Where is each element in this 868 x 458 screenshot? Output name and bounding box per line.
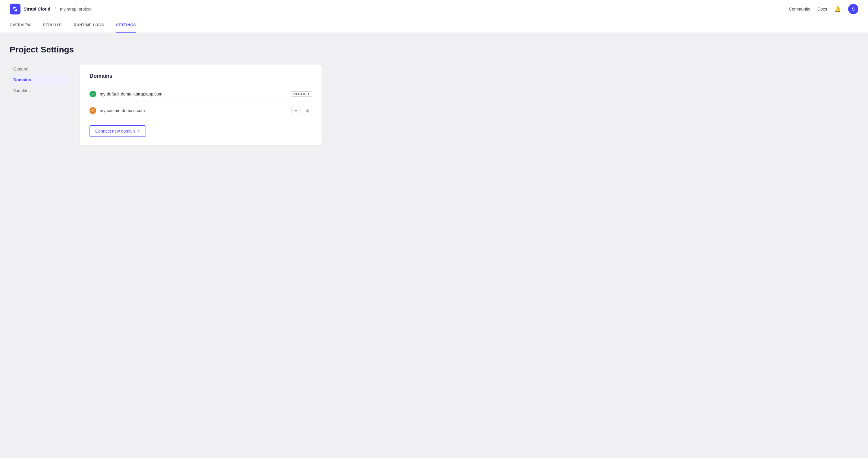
subnav-tabs: OVERVIEW DEPLOYS RUNTIME LOGS SETTINGS bbox=[0, 18, 868, 33]
avatar[interactable]: S bbox=[848, 4, 858, 14]
settings-sidebar: General Domains Variables bbox=[10, 64, 70, 145]
community-link[interactable]: Community bbox=[789, 7, 810, 11]
main-content: Project Settings General Domains Variabl… bbox=[0, 33, 332, 158]
notification-bell-icon[interactable]: 🔔 bbox=[834, 6, 841, 12]
connect-domain-label: Connect new domain bbox=[95, 129, 135, 133]
domain-actions: ✏ 🗑 bbox=[291, 106, 312, 115]
breadcrumb-separator: / bbox=[55, 7, 56, 11]
domain-status-icon-default: ✓ bbox=[90, 91, 96, 97]
table-row: ✓ my-default-domain.strapiapp.com DEFAUL… bbox=[90, 87, 312, 102]
tab-settings[interactable]: SETTINGS bbox=[116, 18, 136, 33]
project-name: my-strapi-project bbox=[60, 7, 91, 11]
domains-card: Domains ✓ my-default-domain.strapiapp.co… bbox=[80, 64, 322, 145]
sidebar-item-domains[interactable]: Domains bbox=[10, 75, 70, 85]
domain-status-icon-custom: ⏱ bbox=[90, 107, 96, 114]
trash-icon: 🗑 bbox=[306, 108, 310, 113]
delete-domain-button[interactable]: 🗑 bbox=[303, 106, 312, 115]
edit-domain-button[interactable]: ✏ bbox=[291, 106, 301, 115]
edit-icon: ✏ bbox=[294, 108, 298, 113]
top-navbar: Strapi Cloud / my-strapi-project Communi… bbox=[0, 0, 868, 18]
sidebar-item-variables[interactable]: Variables bbox=[10, 86, 70, 96]
docs-link[interactable]: Docs bbox=[817, 7, 827, 11]
content-layout: General Domains Variables Domains ✓ my-d… bbox=[10, 64, 322, 145]
tab-runtime-logs[interactable]: RUNTIME LOGS bbox=[74, 18, 104, 33]
sidebar-item-general[interactable]: General bbox=[10, 64, 70, 74]
default-domain-name: my-default-domain.strapiapp.com bbox=[100, 92, 288, 96]
topnav-right: Community Docs 🔔 S bbox=[789, 4, 858, 14]
default-badge: DEFAULT bbox=[291, 91, 312, 97]
tab-overview[interactable]: OVERVIEW bbox=[10, 18, 31, 33]
topnav-left: Strapi Cloud / my-strapi-project bbox=[10, 4, 789, 14]
domains-card-title: Domains bbox=[90, 73, 312, 79]
table-row: ⏱ my-custom-domain.com ✏ 🗑 bbox=[90, 102, 312, 119]
plus-icon: + bbox=[137, 128, 140, 134]
brand-name: Strapi Cloud bbox=[24, 6, 50, 11]
tab-deploys[interactable]: DEPLOYS bbox=[43, 18, 61, 33]
page-title: Project Settings bbox=[10, 45, 322, 55]
custom-domain-name: my-custom-domain.com bbox=[100, 108, 287, 113]
connect-new-domain-button[interactable]: Connect new domain + bbox=[90, 125, 146, 137]
strapi-logo[interactable] bbox=[10, 4, 21, 14]
